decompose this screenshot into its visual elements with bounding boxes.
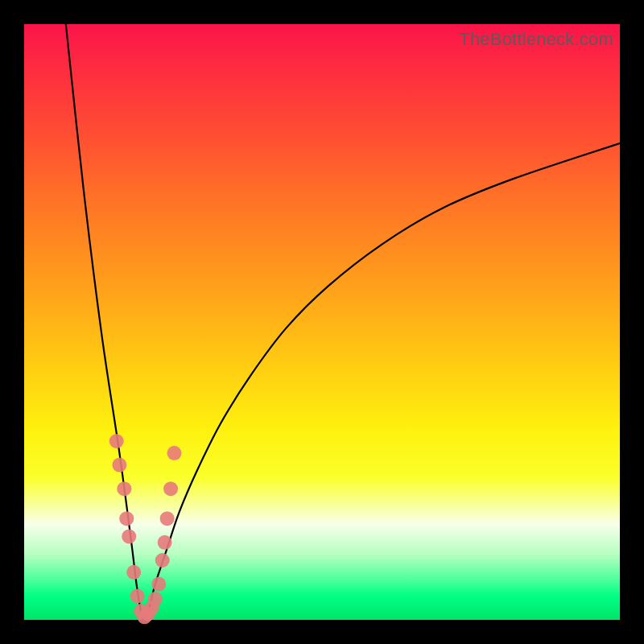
data-marker bbox=[112, 458, 126, 473]
data-marker bbox=[151, 577, 166, 592]
curve-path bbox=[66, 24, 620, 621]
data-marker bbox=[122, 529, 136, 543]
data-marker bbox=[158, 535, 172, 550]
data-marker bbox=[119, 511, 134, 526]
data-marker bbox=[148, 592, 163, 606]
data-marker bbox=[130, 588, 145, 603]
data-marker bbox=[160, 511, 175, 526]
data-marker bbox=[163, 481, 178, 496]
outer-frame: TheBottleneck.com bbox=[0, 0, 644, 644]
data-marker bbox=[155, 553, 170, 568]
plot-area: TheBottleneck.com bbox=[24, 24, 620, 620]
data-marker bbox=[167, 446, 181, 460]
bottleneck-curve bbox=[24, 24, 620, 620]
data-marker bbox=[117, 481, 131, 496]
data-marker bbox=[126, 565, 141, 580]
curve-markers bbox=[109, 434, 182, 624]
data-marker bbox=[109, 434, 124, 448]
